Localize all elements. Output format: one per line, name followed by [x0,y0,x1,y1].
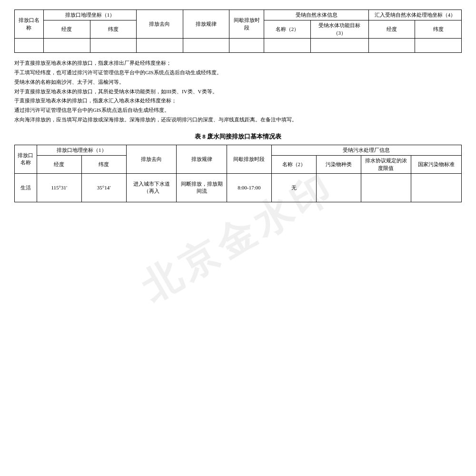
bt-sub-plant-name: 名称（2） [271,156,316,174]
col-intermittent: 间歇排放时段 [229,10,264,39]
top-table-section: 排放口名称 排放口地理坐标（1） 排放去向 排放规律 间歇排放时段 受纳自然水体… [14,10,462,53]
bottom-table: 排放口名称 排放口地理坐标（1） 排放去向 排放规律 间歇排放时段 受纳污水处理… [14,145,462,202]
col-coordinates-header: 排放口地理坐标（1） [43,10,136,20]
page-container: 北京金水印 排放口名称 排放口地理坐标（1） 排放去向 排放规律 间歇排放时段 … [0,0,476,476]
note-1: 对于直接排放至地表水体的排放口，指废水排出厂界处经纬度坐标； [14,59,462,68]
col-water-name: 名称（2） [264,20,311,39]
col-direction: 排放去向 [137,10,183,39]
bt-cell-pollutant [316,173,361,202]
top-table-empty-row [15,39,462,53]
bt-col-intermittent: 间歇排放时段 [227,145,271,173]
note-3: 受纳水体的名称如南沙河、太子河、温榆河等。 [14,78,462,87]
col-longitude-1: 经度 [43,20,90,39]
notes-section: 对于直接排放至地表水体的排放口，指废水排出厂界处经纬度坐标； 手工填写经纬度，也… [14,59,462,125]
bottom-table-row-1: 生活 115°31′ 35°14′ 进入城市下水道（再入 间断排放，排放期间流 … [15,173,462,202]
bt-cell-latitude: 35°14′ [81,173,126,202]
note-7: 水向海洋排放的，应当填写岸边排放或深海排放。深海排放的，还应说明排污口的深度、与… [14,115,462,125]
bt-cell-standard [411,173,462,202]
note-2: 手工填写经纬度，也可通过排污许可证管理信息平台中的GIS系统点选后自动生成经纬度… [14,68,462,78]
bt-col-name: 排放口名称 [15,145,37,173]
col-receiving-water-header: 受纳自然水体信息 [264,10,368,20]
col-confluence-header: 汇入受纳自然水体处理地坐标（4） [368,10,461,20]
bt-sub-standard: 国家污染物标准 [411,156,462,174]
note-6: 通过排污许可证管理信息平台中的GIS系统点选后自动生成经纬度。 [14,106,462,115]
bt-cell-pattern: 间断排放，排放期间流 [177,173,227,202]
bt-cell-limit [361,173,411,202]
note-4: 对于直接排放至地表水体的排放口，其所处受纳水体功能类别，如III类、IV类、V类… [14,87,462,97]
bt-cell-longitude: 115°31′ [37,173,81,202]
top-table: 排放口名称 排放口地理坐标（1） 排放去向 排放规律 间歇排放时段 受纳自然水体… [14,10,462,53]
col-longitude-4: 经度 [368,20,415,39]
col-pattern: 排放规律 [183,10,229,39]
col-latitude-4: 纬度 [415,20,462,39]
bt-cell-time: 8:00-17:00 [227,173,271,202]
bt-sub-longitude: 经度 [37,156,81,174]
col-water-function: 受纳水体功能目标（3） [310,20,368,39]
bt-col-coordinates: 排放口地理坐标（1） [37,145,126,155]
col-latitude-1: 纬度 [90,20,137,39]
note-5: 于直接排放至地表水体的排放口，指废水汇入地表水体处经纬度坐标； [14,96,462,106]
bt-sub-pollutant: 污染物种类 [316,156,361,174]
bt-sub-limit: 排水协议规定的浓度限值 [361,156,411,174]
bt-col-direction: 排放去向 [126,145,177,173]
col-discharge-name: 排放口名称 [15,10,44,39]
bt-cell-name: 生活 [15,173,37,202]
bt-col-receiving-plant: 受纳污水处理厂信息 [271,145,461,155]
bt-sub-latitude: 纬度 [81,156,126,174]
section-title: 表 8 废水间接排放口基本情况表 [14,132,462,141]
bt-cell-direction: 进入城市下水道（再入 [126,173,177,202]
bt-cell-plant-name: 无 [271,173,316,202]
bt-col-pattern: 排放规律 [177,145,227,173]
